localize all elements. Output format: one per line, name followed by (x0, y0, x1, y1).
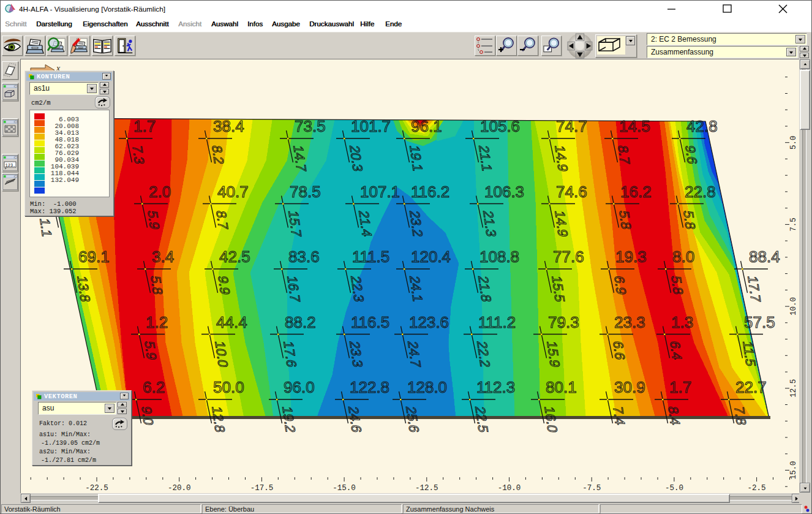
svg-text:7.3: 7.3 (129, 145, 147, 165)
svg-text:25.6: 25.6 (403, 406, 422, 433)
svg-text:96.0: 96.0 (284, 378, 315, 396)
svg-text:79.3: 79.3 (548, 313, 579, 331)
svg-text:8.2: 8.2 (209, 145, 227, 165)
svg-text:14.5: 14.5 (619, 117, 650, 135)
svg-text:-22.5: -22.5 (85, 484, 108, 493)
svg-text:5.9: 5.9 (141, 341, 159, 360)
svg-text:9.0: 9.0 (138, 406, 156, 426)
svg-text:5.0: 5.0 (789, 135, 798, 149)
svg-text:107.1: 107.1 (360, 183, 400, 201)
svg-text:73.5: 73.5 (295, 117, 326, 135)
svg-text:16.2: 16.2 (620, 183, 652, 201)
svg-text:6.6: 6.6 (610, 341, 628, 360)
svg-text:-10.0: -10.0 (498, 484, 521, 493)
svg-text:30.9: 30.9 (614, 378, 645, 396)
svg-text:5.8: 5.8 (148, 276, 165, 295)
svg-text:128.0: 128.0 (407, 378, 447, 396)
svg-text:2.0: 2.0 (149, 183, 171, 201)
svg-text:88.4: 88.4 (749, 248, 780, 266)
svg-text:8.7: 8.7 (615, 145, 633, 165)
svg-text:5.8: 5.8 (680, 210, 698, 230)
svg-text:69.1: 69.1 (78, 248, 110, 266)
svg-text:6.4: 6.4 (667, 341, 685, 360)
svg-text:17.7: 17.7 (745, 276, 764, 303)
svg-text:8.4: 8.4 (665, 406, 683, 426)
svg-text:22.8: 22.8 (685, 183, 716, 201)
svg-text:1.3: 1.3 (671, 313, 693, 331)
svg-text:9.9: 9.9 (215, 276, 233, 295)
svg-text:96.1: 96.1 (411, 117, 442, 135)
svg-text:122.8: 122.8 (350, 378, 389, 396)
svg-text:3.4: 3.4 (152, 248, 174, 266)
svg-text:16.0: 16.0 (541, 406, 560, 433)
svg-text:6.2: 6.2 (143, 378, 165, 396)
svg-text:116.5: 116.5 (351, 313, 389, 331)
svg-text:123.: 123. (6, 163, 16, 168)
svg-text:1.1: 1.1 (37, 218, 55, 238)
svg-text:74.7: 74.7 (556, 117, 587, 135)
svg-text:123.6: 123.6 (409, 313, 449, 331)
svg-text:116.2: 116.2 (411, 183, 449, 201)
svg-text:12.8: 12.8 (209, 406, 228, 433)
svg-text:88.2: 88.2 (285, 313, 316, 331)
svg-text:57.5: 57.5 (744, 313, 775, 331)
svg-text:5.9: 5.9 (145, 210, 162, 230)
svg-text:15.0: 15.0 (789, 461, 798, 479)
svg-text:83.6: 83.6 (288, 248, 320, 266)
svg-text:8.7: 8.7 (213, 210, 231, 230)
svg-text:-5.0: -5.0 (665, 484, 683, 493)
svg-text:22.5: 22.5 (472, 406, 491, 433)
svg-text:108.8: 108.8 (479, 248, 519, 266)
svg-text:19.3: 19.3 (615, 248, 647, 266)
svg-text:-17.5: -17.5 (250, 484, 274, 493)
svg-text:7.8: 7.8 (731, 406, 749, 426)
svg-text:105.6: 105.6 (480, 117, 520, 135)
svg-text:101.7: 101.7 (351, 117, 391, 135)
svg-text:74.6: 74.6 (556, 183, 587, 201)
svg-text:42.5: 42.5 (219, 248, 250, 266)
svg-text:7.5: 7.5 (789, 217, 798, 232)
svg-text:1.2: 1.2 (146, 313, 168, 331)
svg-text:-15.0: -15.0 (333, 484, 356, 493)
svg-text:77.6: 77.6 (553, 248, 584, 266)
svg-text:8.0: 8.0 (672, 248, 694, 266)
svg-text:19.2: 19.2 (279, 406, 298, 433)
svg-text:9.6: 9.6 (682, 145, 700, 165)
svg-text:111.5: 111.5 (352, 248, 389, 266)
svg-text:106.3: 106.3 (484, 183, 524, 201)
svg-text:38.4: 38.4 (213, 117, 244, 135)
svg-text:120.4: 120.4 (411, 248, 451, 266)
svg-text:-20.0: -20.0 (168, 484, 191, 493)
svg-text:-7.5: -7.5 (582, 484, 601, 493)
svg-text:78.5: 78.5 (290, 183, 321, 201)
svg-text:22.7: 22.7 (735, 378, 767, 396)
svg-text:-12.5: -12.5 (415, 484, 438, 493)
svg-text:111.2: 111.2 (478, 313, 516, 331)
svg-text:42.8: 42.8 (686, 117, 718, 135)
svg-text:50.0: 50.0 (213, 378, 244, 396)
svg-text:112.3: 112.3 (476, 378, 515, 396)
svg-text:1.7: 1.7 (133, 117, 156, 135)
svg-text:7.4: 7.4 (610, 406, 628, 426)
svg-text:6.9: 6.9 (611, 276, 629, 295)
svg-text:10.0: 10.0 (789, 297, 798, 316)
svg-text:1.7: 1.7 (669, 378, 691, 396)
svg-text:80.1: 80.1 (546, 378, 577, 396)
svg-text:23.3: 23.3 (614, 313, 645, 331)
svg-text:44.4: 44.4 (216, 313, 247, 331)
svg-text:40.7: 40.7 (217, 183, 249, 201)
svg-text:5.8: 5.8 (668, 276, 686, 295)
svg-text:12.5: 12.5 (789, 379, 798, 398)
svg-text:5.8: 5.8 (616, 210, 634, 230)
svg-text:-2.5: -2.5 (748, 484, 766, 493)
svg-text:24.6: 24.6 (345, 406, 364, 433)
